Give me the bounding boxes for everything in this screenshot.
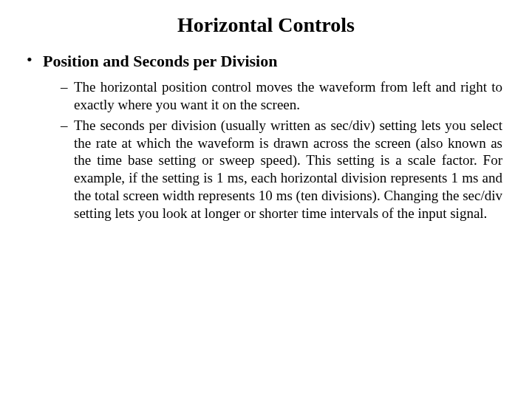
bullet-heading: Position and Seconds per Division [43, 52, 277, 70]
sub-bullet-2-text: The seconds per division (usually writte… [74, 117, 502, 222]
bullet-list: Position and Seconds per Division The ho… [22, 52, 510, 222]
sub-bullet-list: The horizontal position control moves th… [43, 78, 510, 222]
sub-bullet-2: The seconds per division (usually writte… [61, 117, 502, 222]
bullet-item-1: Position and Seconds per Division The ho… [27, 52, 510, 222]
slide-title: Horizontal Controls [22, 13, 510, 37]
sub-bullet-1-text: The horizontal position control moves th… [74, 78, 502, 114]
slide: Horizontal Controls Position and Seconds… [0, 0, 532, 399]
sub-bullet-1: The horizontal position control moves th… [61, 78, 502, 114]
